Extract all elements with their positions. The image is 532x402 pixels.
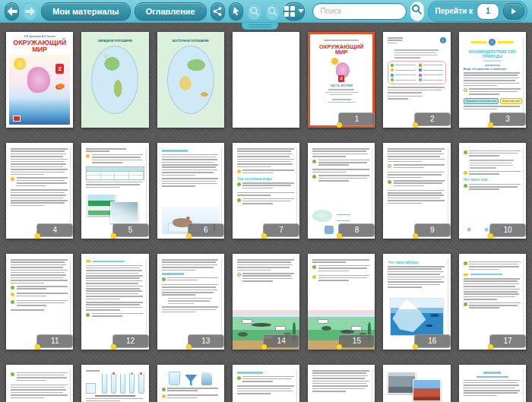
iceberg-heading: Что такое айсберг (388, 261, 445, 264)
nature-photos (87, 194, 138, 223)
bookmark-dot (413, 233, 418, 239)
grid-item-page-8: 8 (308, 143, 375, 239)
page-number-badge: 6 (188, 223, 224, 237)
grid-item-page-11: 11 (6, 254, 73, 350)
page-number-badge: 4 (36, 223, 73, 237)
bookmark-dot (413, 122, 418, 128)
my-materials-button[interactable]: Мои материалы (41, 2, 130, 21)
grid-item-page-3: ВЗАИМОДЕЙСТВИЕ СИЛ ПРИРОДЫ (продолжение)… (459, 32, 526, 128)
grid-item-page-10: Что такое снег ❄ ❄ ❄ 10 (459, 143, 526, 239)
grid-item-page-5: 5 (81, 143, 148, 239)
triangle-right-icon (511, 8, 516, 14)
bookmark-dot (186, 344, 192, 350)
page-thumb-20[interactable] (157, 365, 224, 402)
iceberg-illustration (390, 298, 443, 336)
test-tubes-illustration (86, 374, 144, 394)
ebook-viewer: { "toolbar": { "my_materials": "Мои мате… (0, 0, 532, 402)
forward-button[interactable] (23, 2, 37, 21)
page-thumb-blank[interactable] (233, 32, 299, 128)
grid-item-page-20 (157, 365, 224, 402)
zoom-out-button[interactable] (247, 2, 261, 21)
page-thumb-19[interactable] (81, 365, 148, 402)
search-icon (411, 4, 423, 18)
grid-item-page-16: Что такое айсберг 16 (383, 254, 450, 350)
bookmark-dot (488, 233, 493, 239)
goto-page-group: Перейти к (428, 1, 527, 22)
publisher-globe-logo (440, 37, 446, 43)
grid-item-page-6: 6 (157, 143, 224, 239)
snow-heading: Что такое снег (464, 178, 521, 182)
butterfly-shape (57, 84, 65, 89)
icons-legend-box (388, 61, 445, 85)
grade-number: 2 (55, 64, 64, 74)
goto-label: Перейти к (435, 7, 473, 15)
page-number-badge: 8 (338, 223, 375, 237)
cover-illustration: 2 (9, 55, 70, 125)
cursor-arrow-icon (231, 6, 241, 17)
grid-item-page-23 (383, 365, 450, 402)
search-input[interactable] (312, 3, 407, 20)
grid-item-page-24 (459, 365, 526, 402)
bookmark-dot (488, 344, 493, 350)
zoom-in-button[interactable] (265, 2, 280, 21)
waterfall-cave-photo (388, 372, 416, 394)
page-thumb-cover[interactable]: Н.Я. Дмитриева А.Н. Казаков ОКРУЖАЮЩИЙ М… (6, 32, 73, 128)
goto-go-button[interactable] (503, 3, 524, 20)
filtering-illustration (162, 372, 220, 385)
map-caption: ЗАПАДНОЕ ПОЛУШАРИЕ (98, 40, 132, 43)
view-mode-button[interactable] (283, 2, 305, 21)
bookmark-dot (111, 233, 116, 239)
page-thumb-18[interactable] (6, 365, 73, 402)
topic-heading: Вода, её значение и свойства (464, 68, 521, 71)
page-thumb-23[interactable] (383, 365, 450, 402)
page-number-badge: 3 (489, 112, 526, 126)
cover-authors: Н.Я. Дмитриева А.Н. Казаков (9, 35, 70, 38)
bookmark-dot (488, 122, 493, 128)
grid-item-page-9: 9 (383, 143, 450, 239)
page-number-badge: 15 (338, 334, 375, 348)
title-page-title: ОКРУЖАЮЩИЙ МИР (313, 44, 369, 56)
magnifier-minus-icon (249, 6, 260, 17)
grid-item-map-east: ВОСТОЧНОЕ ПОЛУШАРИЕ (157, 32, 224, 128)
back-button[interactable] (5, 2, 19, 21)
map-caption: ВОСТОЧНОЕ ПОЛУШАРИЕ (173, 40, 209, 43)
caret-down-icon (298, 9, 304, 13)
cover-title: ОКРУЖАЮЩИЙ МИР (9, 40, 70, 54)
page-number-badge: 14 (263, 334, 299, 348)
page-number-badge: 11 (36, 334, 73, 348)
page-number-badge: 13 (188, 334, 224, 348)
winged-globe-emblem (464, 38, 521, 46)
page-number-badge: 17 (489, 334, 526, 348)
toc-button[interactable]: Оглавление (135, 2, 207, 21)
bookmark-dot (111, 344, 116, 350)
page-number-badge: 7 (263, 223, 299, 237)
search-button[interactable] (410, 2, 423, 21)
arrow-right-icon (25, 7, 36, 16)
pointer-tool-button[interactable] (229, 2, 243, 21)
toolbar-collapse-handle[interactable] (242, 23, 278, 30)
page-thumb-24[interactable] (459, 365, 526, 402)
geyser-rocks-photo (413, 379, 441, 401)
grid-item-page-13: 13 (157, 254, 224, 350)
reading-pencil-marker (86, 260, 144, 263)
magnifier-plus-icon (268, 6, 278, 17)
section-heading: ВЗАИМОДЕЙСТВИЕ СИЛ ПРИРОДЫ (464, 49, 521, 59)
ice-photo (110, 201, 138, 223)
grid-item-page-1-selected: ОКРУЖАЮЩИЙ МИР 2 ЧАСТЬ ВТОРАЯ 1 (308, 32, 375, 128)
goto-page-input[interactable] (477, 3, 499, 20)
grid-item-page-19 (81, 365, 148, 402)
grid-item-page-22 (308, 365, 375, 402)
page-number-badge: 10 (489, 223, 526, 237)
grid-item-page-15: 15 (308, 254, 375, 350)
page-number-badge: 12 (112, 334, 149, 348)
page-thumb-22[interactable] (308, 365, 375, 402)
share-button[interactable] (211, 2, 225, 21)
page-thumb-21[interactable] (233, 365, 299, 402)
bookmark-dot (413, 344, 418, 350)
page-number-badge: 2 (414, 112, 451, 126)
western-hemisphere-globe (91, 46, 138, 114)
water-properties-table (86, 166, 144, 180)
page-thumb-map-west[interactable]: ЗАПАДНОЕ ПОЛУШАРИЕ (81, 32, 148, 128)
page-number-badge: 5 (112, 223, 149, 237)
page-thumb-map-east[interactable]: ВОСТОЧНОЕ ПОЛУШАРИЕ (157, 32, 224, 128)
